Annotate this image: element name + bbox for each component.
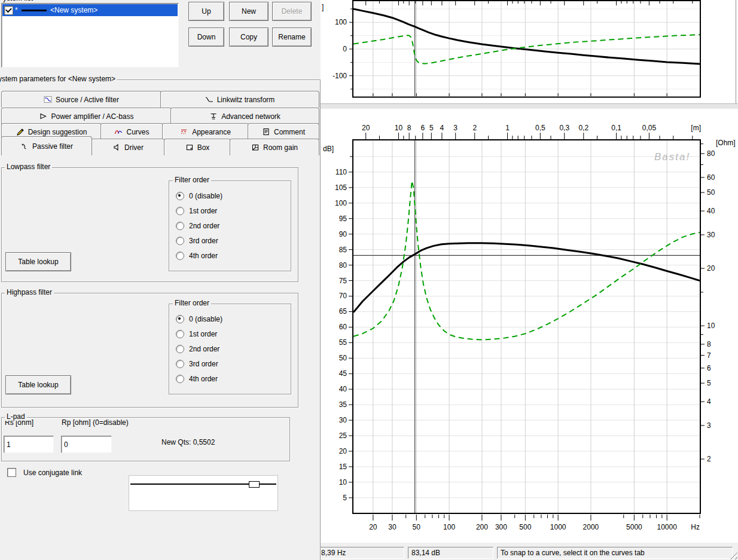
tab-box[interactable]: Box	[164, 139, 231, 155]
chart-region: 1000-100]201086543210,50,30,20,10,05[m]2…	[321, 0, 738, 560]
radio-icon	[176, 222, 184, 230]
status-frequency: 8,39 Hz	[321, 549, 346, 557]
filter-order-option-1[interactable]: 1st order	[176, 206, 217, 216]
radio-label: 3rd order	[189, 237, 218, 245]
radio-icon	[176, 315, 184, 323]
down-button[interactable]: Down	[188, 27, 224, 47]
filter-order-option-4[interactable]: 4th order	[176, 374, 218, 384]
status-hint: To snap to a curve, select it on the cur…	[501, 549, 645, 557]
radio-label: 1st order	[189, 207, 217, 215]
use-conjugate-link-checkbox[interactable]	[7, 468, 16, 477]
radio-label: 3rd order	[189, 360, 218, 368]
filter-order-option-2[interactable]: 2nd order	[176, 344, 219, 354]
highpass-filter-order-options: 0 (disable)1st order2nd order3rd order4t…	[169, 304, 290, 393]
tab-label: Appearance	[192, 128, 231, 136]
status-hint-panel: To snap to a curve, select it on the cur…	[497, 547, 733, 559]
design-suggestion-icon	[16, 128, 25, 136]
status-frequency-panel: 8,39 Hz	[318, 547, 404, 559]
filter-order-option-0[interactable]: 0 (disable)	[176, 191, 222, 201]
network-schematic	[129, 475, 278, 511]
highpass-filter-order-label: Filter order	[173, 299, 211, 307]
chart-separator	[321, 103, 738, 109]
system-name: <New system>	[50, 6, 97, 14]
system-parameters-group-label: ystem parameters for <New system>	[0, 75, 117, 83]
tab-advanced-network[interactable]: Advanced network	[170, 108, 319, 124]
room-gain-icon	[251, 143, 260, 151]
tab-label: Source / Active filter	[56, 96, 119, 104]
radio-icon	[176, 192, 184, 200]
system-listbox[interactable]: * <New system>	[1, 3, 179, 68]
new-button[interactable]: New	[229, 2, 269, 21]
tab-label: Linkwitz transform	[217, 96, 275, 104]
modified-marker: *	[15, 6, 20, 14]
phase-chart-panel[interactable]	[321, 0, 738, 103]
radio-label: 4th order	[189, 252, 218, 260]
rs-input[interactable]	[4, 436, 54, 453]
source-active-filter-icon	[44, 96, 52, 103]
system-list-item[interactable]: * <New system>	[2, 4, 178, 16]
filter-order-option-4[interactable]: 4th order	[176, 251, 218, 261]
appearance-icon	[180, 128, 188, 136]
tab-room-gain[interactable]: Room gain	[230, 139, 319, 155]
spl-impedance-chart-panel[interactable]	[321, 109, 738, 543]
rename-button[interactable]: Rename	[272, 27, 312, 47]
advanced-network-icon	[209, 112, 218, 120]
tab-appearance[interactable]: Appearance	[162, 123, 249, 140]
comment-icon	[262, 128, 270, 136]
system-enabled-checkbox[interactable]	[4, 6, 13, 15]
lpad-group-label: L-pad	[5, 413, 27, 421]
tab-label: Curves	[126, 128, 149, 136]
tab-curves[interactable]: Curves	[100, 123, 163, 140]
up-button[interactable]: Up	[188, 2, 224, 21]
passive-filter-icon	[20, 142, 29, 150]
filter-order-option-3[interactable]: 3rd order	[176, 359, 218, 369]
tab-label: Room gain	[263, 143, 298, 152]
tab-label: Comment	[274, 128, 305, 136]
radio-icon	[176, 375, 184, 383]
tab-passive-filter[interactable]: Passive filter	[1, 136, 92, 155]
highpass-group-label: Highpass filter	[5, 289, 54, 296]
delete-button: Delete	[272, 2, 312, 21]
status-level-panel: 83,14 dB	[408, 547, 493, 559]
highpass-table-lookup-button[interactable]: Table lookup	[5, 375, 71, 394]
radio-label: 0 (disable)	[189, 192, 222, 200]
filter-order-option-0[interactable]: 0 (disable)	[176, 314, 222, 324]
lowpass-filter-order-label: Filter order	[173, 176, 211, 184]
tab-label: Box	[197, 143, 210, 152]
status-bar: 8,39 Hz 83,14 dB To snap to a curve, sel…	[321, 543, 738, 560]
radio-icon	[176, 252, 184, 260]
basta-window: { "colors":{"selection":"#1b5fd6","spl_c…	[0, 0, 738, 560]
lowpass-table-lookup-button[interactable]: Table lookup	[5, 252, 71, 271]
filter-order-option-3[interactable]: 3rd order	[176, 236, 218, 246]
radio-icon	[176, 360, 184, 368]
schematic-resistor	[249, 481, 260, 488]
left-panel: ystem list * <New system> UpNewDeleteDow…	[0, 0, 321, 560]
radio-label: 4th order	[189, 375, 218, 383]
tab-label: Driver	[124, 143, 144, 152]
window-edge-line	[736, 0, 736, 103]
tab-power-amplifier-ac-bass[interactable]: Power amplifier / AC-bass	[1, 108, 172, 124]
curves-icon	[114, 128, 123, 136]
radio-icon	[176, 207, 184, 215]
driver-icon	[112, 143, 121, 151]
rp-label: Rp [ohm] (0=disable)	[62, 418, 129, 427]
rp-input[interactable]	[61, 436, 112, 453]
copy-button[interactable]: Copy	[229, 27, 269, 47]
box-icon	[185, 143, 194, 151]
curve-color-sample	[22, 10, 47, 11]
tab-source-active-filter[interactable]: Source / Active filter	[1, 91, 161, 108]
filter-order-option-2[interactable]: 2nd order	[176, 221, 219, 231]
new-qts-value: New Qts: 0,5502	[161, 438, 215, 446]
tab-label: Power amplifier / AC-bass	[51, 112, 133, 121]
linkwitz-transform-icon	[205, 96, 214, 103]
tab-label: Advanced network	[221, 112, 280, 121]
radio-icon	[176, 330, 184, 338]
radio-label: 2nd order	[189, 345, 219, 353]
filter-order-option-1[interactable]: 1st order	[176, 329, 217, 339]
radio-icon	[176, 345, 184, 353]
tab-driver[interactable]: Driver	[91, 139, 165, 155]
tab-linkwitz-transform[interactable]: Linkwitz transform	[160, 91, 319, 108]
lowpass-filter-order-options: 0 (disable)1st order2nd order3rd order4t…	[169, 180, 290, 270]
tab-comment[interactable]: Comment	[248, 123, 319, 140]
radio-label: 1st order	[189, 330, 217, 338]
